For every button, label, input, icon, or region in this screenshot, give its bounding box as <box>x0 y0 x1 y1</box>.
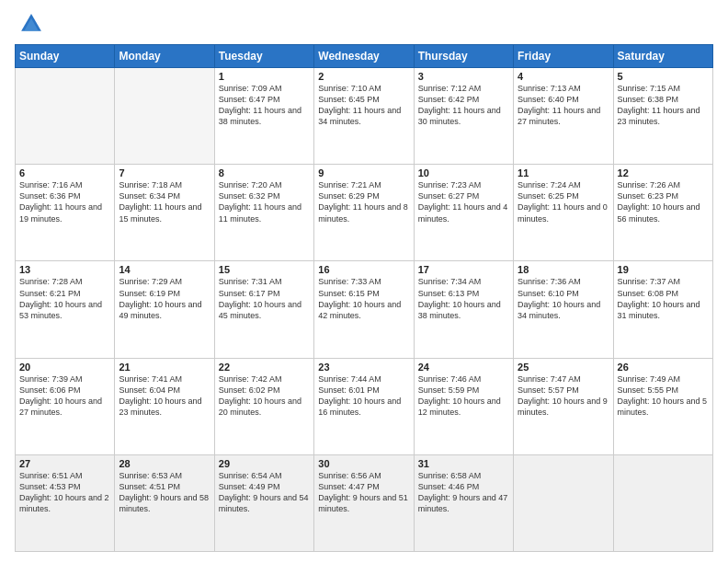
header <box>15 11 713 37</box>
day-number: 1 <box>219 71 310 82</box>
day-cell: 26Sunrise: 7:49 AMSunset: 5:55 PMDayligh… <box>613 358 712 454</box>
day-cell: 28Sunrise: 6:53 AMSunset: 4:51 PMDayligh… <box>115 454 214 551</box>
day-info: Sunrise: 7:16 AMSunset: 6:36 PMDaylight:… <box>19 179 110 224</box>
day-number: 11 <box>518 167 609 178</box>
day-cell: 7Sunrise: 7:18 AMSunset: 6:34 PMDaylight… <box>115 165 214 261</box>
day-info: Sunrise: 7:44 AMSunset: 6:01 PMDaylight:… <box>318 373 409 419</box>
logo-icon <box>18 11 44 37</box>
weekday-tuesday: Tuesday <box>214 45 313 68</box>
week-row-5: 27Sunrise: 6:51 AMSunset: 4:53 PMDayligh… <box>16 454 713 551</box>
day-number: 5 <box>618 71 709 82</box>
weekday-saturday: Saturday <box>613 45 712 68</box>
day-number: 16 <box>318 264 409 275</box>
day-info: Sunrise: 7:49 AMSunset: 5:55 PMDaylight:… <box>618 373 709 419</box>
day-info: Sunrise: 7:41 AMSunset: 6:04 PMDaylight:… <box>119 373 210 419</box>
weekday-thursday: Thursday <box>414 45 513 68</box>
day-cell: 27Sunrise: 6:51 AMSunset: 4:53 PMDayligh… <box>16 454 115 551</box>
day-cell: 21Sunrise: 7:41 AMSunset: 6:04 PMDayligh… <box>115 358 214 454</box>
week-row-2: 6Sunrise: 7:16 AMSunset: 6:36 PMDaylight… <box>16 165 713 261</box>
day-cell: 1Sunrise: 7:09 AMSunset: 6:47 PMDaylight… <box>214 68 313 165</box>
day-cell: 31Sunrise: 6:58 AMSunset: 4:46 PMDayligh… <box>414 454 513 551</box>
day-info: Sunrise: 6:56 AMSunset: 4:47 PMDaylight:… <box>318 470 409 515</box>
day-cell: 14Sunrise: 7:29 AMSunset: 6:19 PMDayligh… <box>115 261 214 358</box>
day-number: 18 <box>518 264 609 275</box>
day-cell: 3Sunrise: 7:12 AMSunset: 6:42 PMDaylight… <box>414 68 513 165</box>
day-cell: 13Sunrise: 7:28 AMSunset: 6:21 PMDayligh… <box>16 261 115 358</box>
day-info: Sunrise: 7:36 AMSunset: 6:10 PMDaylight:… <box>518 276 609 321</box>
day-info: Sunrise: 7:42 AMSunset: 6:02 PMDaylight:… <box>219 373 310 419</box>
day-info: Sunrise: 7:26 AMSunset: 6:23 PMDaylight:… <box>618 179 709 224</box>
day-info: Sunrise: 7:10 AMSunset: 6:45 PMDaylight:… <box>318 83 409 128</box>
day-number: 4 <box>518 71 609 82</box>
day-cell: 23Sunrise: 7:44 AMSunset: 6:01 PMDayligh… <box>314 358 414 454</box>
page: SundayMondayTuesdayWednesdayThursdayFrid… <box>0 0 728 563</box>
day-cell: 10Sunrise: 7:23 AMSunset: 6:27 PMDayligh… <box>414 165 513 261</box>
day-cell: 6Sunrise: 7:16 AMSunset: 6:36 PMDaylight… <box>16 165 115 261</box>
day-cell <box>613 454 712 551</box>
day-info: Sunrise: 7:13 AMSunset: 6:40 PMDaylight:… <box>518 83 609 128</box>
day-info: Sunrise: 7:24 AMSunset: 6:25 PMDaylight:… <box>518 179 609 224</box>
day-info: Sunrise: 6:54 AMSunset: 4:49 PMDaylight:… <box>219 470 310 515</box>
day-cell: 30Sunrise: 6:56 AMSunset: 4:47 PMDayligh… <box>314 454 414 551</box>
day-number: 17 <box>418 264 509 275</box>
day-cell: 4Sunrise: 7:13 AMSunset: 6:40 PMDaylight… <box>514 68 613 165</box>
logo <box>15 11 46 37</box>
day-number: 13 <box>19 264 110 275</box>
day-number: 29 <box>219 458 310 469</box>
day-number: 2 <box>318 71 409 82</box>
day-cell <box>115 68 214 165</box>
day-info: Sunrise: 7:09 AMSunset: 6:47 PMDaylight:… <box>219 83 310 128</box>
day-info: Sunrise: 7:46 AMSunset: 5:59 PMDaylight:… <box>418 373 509 419</box>
day-info: Sunrise: 6:58 AMSunset: 4:46 PMDaylight:… <box>418 470 509 515</box>
day-cell: 11Sunrise: 7:24 AMSunset: 6:25 PMDayligh… <box>514 165 613 261</box>
day-info: Sunrise: 6:51 AMSunset: 4:53 PMDaylight:… <box>19 470 110 515</box>
day-cell: 19Sunrise: 7:37 AMSunset: 6:08 PMDayligh… <box>613 261 712 358</box>
day-number: 26 <box>618 362 709 373</box>
day-number: 8 <box>219 167 310 178</box>
day-cell: 15Sunrise: 7:31 AMSunset: 6:17 PMDayligh… <box>214 261 313 358</box>
day-number: 21 <box>119 362 210 373</box>
day-cell: 20Sunrise: 7:39 AMSunset: 6:06 PMDayligh… <box>16 358 115 454</box>
day-cell: 5Sunrise: 7:15 AMSunset: 6:38 PMDaylight… <box>613 68 712 165</box>
day-number: 12 <box>618 167 709 178</box>
day-info: Sunrise: 7:34 AMSunset: 6:13 PMDaylight:… <box>418 276 509 321</box>
day-cell <box>16 68 115 165</box>
day-info: Sunrise: 7:12 AMSunset: 6:42 PMDaylight:… <box>418 83 509 128</box>
day-number: 22 <box>219 362 310 373</box>
weekday-wednesday: Wednesday <box>314 45 414 68</box>
calendar-table: SundayMondayTuesdayWednesdayThursdayFrid… <box>15 44 713 552</box>
day-info: Sunrise: 7:31 AMSunset: 6:17 PMDaylight:… <box>219 276 310 321</box>
day-cell: 17Sunrise: 7:34 AMSunset: 6:13 PMDayligh… <box>414 261 513 358</box>
day-info: Sunrise: 7:47 AMSunset: 5:57 PMDaylight:… <box>518 373 609 419</box>
day-number: 15 <box>219 264 310 275</box>
day-number: 9 <box>318 167 409 178</box>
day-cell: 18Sunrise: 7:36 AMSunset: 6:10 PMDayligh… <box>514 261 613 358</box>
day-cell: 12Sunrise: 7:26 AMSunset: 6:23 PMDayligh… <box>613 165 712 261</box>
day-info: Sunrise: 7:37 AMSunset: 6:08 PMDaylight:… <box>618 276 709 321</box>
day-number: 14 <box>119 264 210 275</box>
day-number: 27 <box>19 458 110 469</box>
weekday-monday: Monday <box>115 45 214 68</box>
day-number: 28 <box>119 458 210 469</box>
day-cell <box>514 454 613 551</box>
day-number: 30 <box>318 458 409 469</box>
day-cell: 16Sunrise: 7:33 AMSunset: 6:15 PMDayligh… <box>314 261 414 358</box>
day-number: 19 <box>618 264 709 275</box>
day-number: 3 <box>418 71 509 82</box>
weekday-header-row: SundayMondayTuesdayWednesdayThursdayFrid… <box>16 45 713 68</box>
day-number: 20 <box>19 362 110 373</box>
day-number: 24 <box>418 362 509 373</box>
day-number: 25 <box>518 362 609 373</box>
day-info: Sunrise: 6:53 AMSunset: 4:51 PMDaylight:… <box>119 470 210 515</box>
week-row-3: 13Sunrise: 7:28 AMSunset: 6:21 PMDayligh… <box>16 261 713 358</box>
day-number: 7 <box>119 167 210 178</box>
day-cell: 24Sunrise: 7:46 AMSunset: 5:59 PMDayligh… <box>414 358 513 454</box>
day-info: Sunrise: 7:28 AMSunset: 6:21 PMDaylight:… <box>19 276 110 321</box>
day-info: Sunrise: 7:15 AMSunset: 6:38 PMDaylight:… <box>618 83 709 128</box>
day-info: Sunrise: 7:21 AMSunset: 6:29 PMDaylight:… <box>318 179 409 224</box>
day-cell: 2Sunrise: 7:10 AMSunset: 6:45 PMDaylight… <box>314 68 414 165</box>
day-info: Sunrise: 7:29 AMSunset: 6:19 PMDaylight:… <box>119 276 210 321</box>
day-info: Sunrise: 7:20 AMSunset: 6:32 PMDaylight:… <box>219 179 310 224</box>
day-number: 10 <box>418 167 509 178</box>
day-cell: 9Sunrise: 7:21 AMSunset: 6:29 PMDaylight… <box>314 165 414 261</box>
